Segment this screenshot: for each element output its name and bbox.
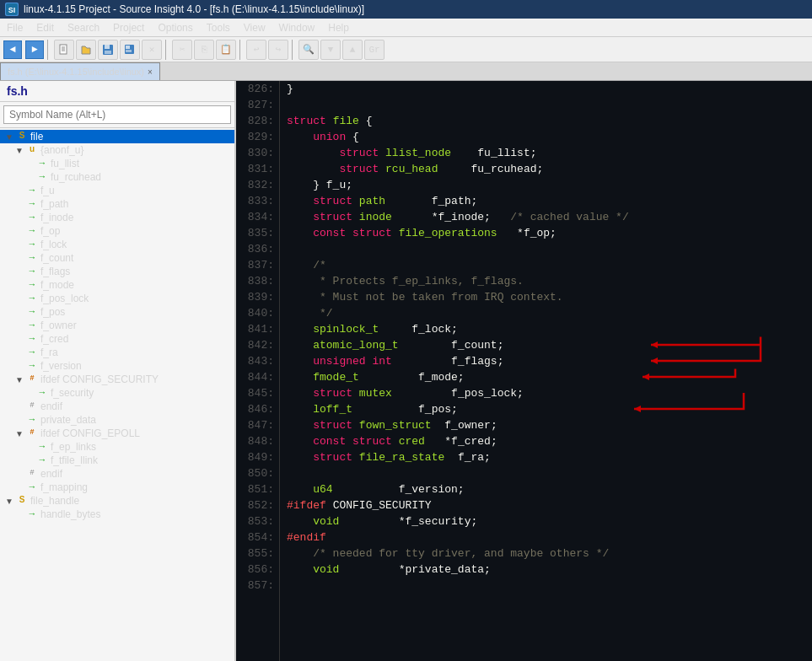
menu-window[interactable]: Window: [272, 19, 322, 36]
tree-toggle[interactable]: ▼: [13, 375, 25, 384]
code-line: struct path f_path;: [287, 193, 812, 209]
menu-edit[interactable]: Edit: [30, 19, 61, 36]
tree-item-f_op[interactable]: →f_op: [0, 224, 234, 238]
tree-item-endif[interactable]: #endif: [0, 467, 234, 481]
tree-item-endif[interactable]: #endif: [0, 400, 234, 413]
paste-button[interactable]: 📋: [216, 40, 236, 60]
code-token: [339, 513, 398, 529]
symbol-search-input[interactable]: [3, 105, 231, 124]
save-all-button[interactable]: [120, 40, 140, 60]
tree-item-f_u[interactable]: →f_u: [0, 184, 234, 197]
tab-close-button[interactable]: ×: [148, 67, 153, 77]
tree-item-ifdef CONFIG_SECURITY[interactable]: ▼#ifdef CONFIG_SECURITY: [0, 373, 234, 386]
code-panel: 826:827:828:829:830:831:832:833:834:835:…: [236, 81, 812, 661]
code-content[interactable]: } struct file { union { struct llist_nod…: [280, 81, 812, 661]
code-token: * Protects f_ep_links, f_flags.: [320, 273, 524, 289]
tree-item-f_cred[interactable]: →f_cred: [0, 332, 234, 346]
menu-project[interactable]: Project: [106, 19, 151, 36]
code-line: void *f_security;: [287, 513, 812, 529]
line-number: 857:: [236, 578, 274, 594]
code-token: [399, 337, 451, 353]
tree-item-f_owner[interactable]: →f_owner: [0, 319, 234, 332]
save-button[interactable]: [98, 40, 118, 60]
tree-item-fu_rcuhead[interactable]: →fu_rcuhead: [0, 170, 234, 184]
tree-item-f_count[interactable]: →f_count: [0, 251, 234, 265]
code-line: fmode_t f_mode;: [287, 369, 812, 385]
item-text: f_cred: [40, 333, 68, 345]
code-token: [287, 562, 313, 578]
tree-toggle[interactable]: ▼: [3, 132, 15, 142]
code-token: struct: [313, 417, 352, 433]
line-number: 851:: [236, 481, 274, 497]
close-button[interactable]: ✕: [142, 40, 162, 60]
code-area[interactable]: 826:827:828:829:830:831:832:833:834:835:…: [236, 81, 812, 661]
find-button[interactable]: 🔍: [298, 40, 319, 60]
line-number: 845:: [236, 385, 274, 401]
copy-button[interactable]: ⎘: [194, 40, 214, 60]
tree-item-f_tfile_llink[interactable]: →f_tfile_llink: [0, 454, 234, 467]
code-token: [287, 305, 320, 321]
code-line: * Protects f_ep_links, f_flags.: [287, 273, 812, 289]
tree-item-fu_llist[interactable]: →fu_llist: [0, 157, 234, 170]
tree-item-{anonf_u}[interactable]: ▼u{anonf_u}: [0, 143, 234, 157]
tree-item-f_pos_lock[interactable]: →f_pos_lock: [0, 292, 234, 305]
find-prev-button[interactable]: ▲: [342, 40, 363, 60]
tree-item-f_security[interactable]: →f_security: [0, 386, 234, 400]
tree-item-f_pos[interactable]: →f_pos: [0, 305, 234, 319]
grep-button[interactable]: Gr: [364, 40, 384, 60]
tree-item-file[interactable]: ▼Sfile: [0, 130, 234, 143]
code-token: }: [287, 81, 293, 97]
find-next-button[interactable]: ▼: [320, 40, 341, 60]
menu-help[interactable]: Help: [321, 19, 356, 36]
cut-button[interactable]: ✂: [172, 40, 192, 60]
item-text: f_u: [40, 185, 55, 196]
file-tab[interactable]: fs.h (E:\linux-4.1.15\include\linux) ×: [0, 62, 160, 80]
back-button[interactable]: ◄: [3, 40, 22, 59]
code-line: const struct cred *f_cred;: [287, 433, 812, 449]
menu-file[interactable]: File: [0, 19, 30, 36]
redo-button[interactable]: ↪: [268, 40, 288, 60]
tree-toggle[interactable]: ▼: [13, 429, 25, 438]
item-icon: →: [25, 347, 39, 358]
tree-toggle[interactable]: ▼: [13, 146, 25, 155]
tree-item-handle_bytes[interactable]: →handle_bytes: [0, 508, 234, 521]
menu-view[interactable]: View: [237, 19, 272, 36]
tree-item-ifdef CONFIG_EPOLL[interactable]: ▼#ifdef CONFIG_EPOLL: [0, 427, 234, 440]
tree-item-file_handle[interactable]: ▼Sfile_handle: [0, 494, 234, 508]
tree-item-f_path[interactable]: →f_path: [0, 197, 234, 211]
item-text: file_handle: [30, 495, 79, 507]
code-token: #endif: [287, 529, 326, 545]
code-token: f_mode;: [418, 369, 465, 385]
undo-button[interactable]: ↩: [246, 40, 266, 60]
tree-toggle[interactable]: ▼: [3, 497, 15, 506]
tree-item-private_data[interactable]: →private_data: [0, 413, 234, 427]
tree-item-f_ra[interactable]: →f_ra: [0, 346, 234, 359]
line-number: 849:: [236, 449, 274, 465]
code-token: [432, 417, 445, 433]
tree-item-f_inode[interactable]: →f_inode: [0, 211, 234, 224]
line-number: 834:: [236, 209, 274, 225]
code-line: /*: [287, 257, 812, 273]
menu-tools[interactable]: Tools: [200, 19, 237, 36]
menu-options[interactable]: Options: [151, 19, 199, 36]
code-token: const struct: [313, 225, 392, 241]
open-file-button[interactable]: [76, 40, 96, 60]
line-number: 830:: [236, 145, 274, 161]
code-token: u64: [313, 481, 332, 497]
tree-item-f_mode[interactable]: →f_mode: [0, 278, 234, 292]
code-line: [287, 97, 812, 113]
tree-item-f_version[interactable]: →f_version: [0, 359, 234, 373]
tree-item-f_lock[interactable]: →f_lock: [0, 238, 234, 251]
item-text: file: [30, 131, 43, 142]
code-line: */: [287, 305, 812, 321]
menu-search[interactable]: Search: [61, 19, 106, 36]
code-token: [287, 257, 313, 273]
item-icon: S: [15, 495, 29, 507]
item-icon: →: [25, 360, 39, 372]
tree-item-f_ep_links[interactable]: →f_ep_links: [0, 440, 234, 454]
tree-item-f_flags[interactable]: →f_flags: [0, 265, 234, 278]
new-file-button[interactable]: [54, 40, 74, 60]
forward-button[interactable]: ►: [25, 40, 44, 59]
code-token: cred: [399, 433, 425, 449]
tree-item-f_mapping[interactable]: →f_mapping: [0, 481, 234, 494]
